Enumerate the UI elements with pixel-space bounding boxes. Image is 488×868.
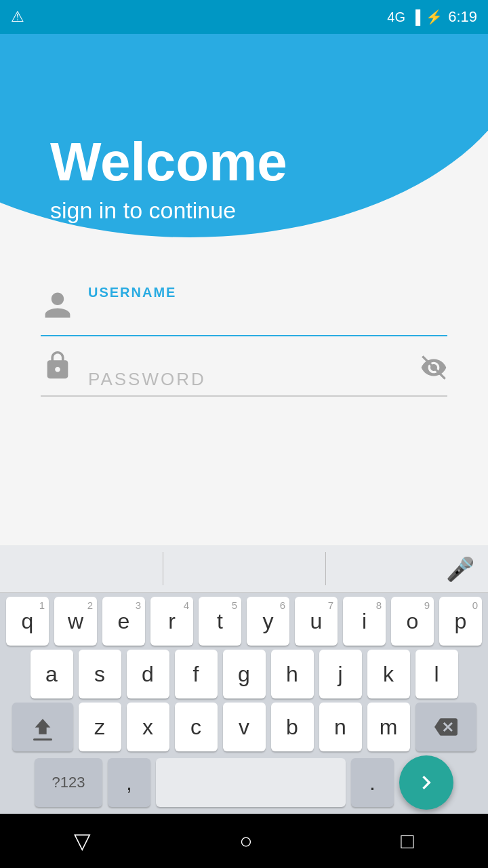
symbol-key[interactable]: ?123 bbox=[35, 758, 102, 807]
key-u[interactable]: 7u bbox=[295, 597, 338, 646]
mic-icon[interactable]: 🎤 bbox=[446, 555, 474, 583]
divider-2 bbox=[325, 552, 326, 585]
key-d[interactable]: d bbox=[127, 650, 169, 698]
nav-bar: ▽ ○ □ bbox=[0, 814, 488, 868]
key-i[interactable]: 8i bbox=[343, 597, 386, 646]
header-content: Welcome sign in to continue bbox=[50, 132, 287, 224]
status-bar-left: ⚠ bbox=[11, 8, 24, 26]
username-input[interactable] bbox=[88, 304, 447, 330]
username-wrapper: USERNAME bbox=[88, 285, 447, 330]
status-time: 6:19 bbox=[448, 8, 477, 26]
keyboard-rows: 1q 2w 3e 4r 5t 6y 7u 8i 9o 0p a s d f g … bbox=[0, 593, 488, 814]
header-area: Welcome sign in to continue bbox=[0, 34, 488, 264]
key-a[interactable]: a bbox=[30, 650, 73, 698]
period-key[interactable]: . bbox=[351, 758, 394, 807]
key-row-4: ?123 , . bbox=[3, 755, 485, 810]
back-nav-icon[interactable]: ▽ bbox=[74, 828, 91, 854]
key-v[interactable]: v bbox=[223, 703, 266, 751]
lock-icon bbox=[41, 350, 75, 387]
eye-icon[interactable] bbox=[420, 354, 447, 387]
key-n[interactable]: n bbox=[319, 703, 362, 751]
welcome-title: Welcome bbox=[50, 132, 287, 192]
key-row-1: 1q 2w 3e 4r 5t 6y 7u 8i 9o 0p bbox=[3, 597, 485, 646]
key-c[interactable]: c bbox=[175, 703, 218, 751]
key-m[interactable]: m bbox=[367, 703, 410, 751]
key-g[interactable]: g bbox=[223, 650, 266, 698]
key-b[interactable]: b bbox=[271, 703, 314, 751]
key-f[interactable]: f bbox=[175, 650, 218, 698]
signal-icon: ▐ bbox=[411, 9, 420, 25]
warning-icon: ⚠ bbox=[11, 8, 24, 26]
key-z[interactable]: z bbox=[79, 703, 121, 751]
password-input[interactable] bbox=[88, 369, 407, 390]
key-o[interactable]: 9o bbox=[391, 597, 434, 646]
key-w[interactable]: 2w bbox=[54, 597, 97, 646]
enter-button[interactable] bbox=[399, 755, 453, 810]
user-icon bbox=[41, 290, 75, 327]
key-l[interactable]: l bbox=[415, 650, 458, 698]
password-wrapper bbox=[88, 369, 407, 390]
key-j[interactable]: j bbox=[319, 650, 362, 698]
keyboard: 🎤 1q 2w 3e 4r 5t 6y 7u 8i 9o 0p a s d f … bbox=[0, 545, 488, 814]
home-nav-icon[interactable]: ○ bbox=[239, 829, 252, 854]
shift-key[interactable] bbox=[12, 703, 73, 751]
key-k[interactable]: k bbox=[367, 650, 410, 698]
form-area: USERNAME bbox=[0, 264, 488, 545]
network-icon: 4G bbox=[387, 9, 405, 25]
battery-icon: ⚡ bbox=[426, 9, 443, 25]
key-row-3: z x c v b n m bbox=[3, 703, 485, 751]
backspace-key[interactable] bbox=[415, 703, 476, 751]
username-label: USERNAME bbox=[88, 285, 447, 300]
password-group bbox=[41, 350, 447, 397]
key-p[interactable]: 0p bbox=[439, 597, 482, 646]
key-h[interactable]: h bbox=[271, 650, 314, 698]
status-bar: ⚠ 4G ▐ ⚡ 6:19 bbox=[0, 0, 488, 34]
space-key[interactable] bbox=[156, 758, 346, 807]
key-x[interactable]: x bbox=[127, 703, 169, 751]
comma-key[interactable]: , bbox=[108, 758, 150, 807]
recent-nav-icon[interactable]: □ bbox=[401, 829, 413, 854]
divider-1 bbox=[163, 552, 163, 585]
status-bar-right: 4G ▐ ⚡ 6:19 bbox=[387, 8, 477, 26]
suggestion-bar: 🎤 bbox=[0, 545, 488, 593]
key-e[interactable]: 3e bbox=[102, 597, 145, 646]
welcome-subtitle: sign in to continue bbox=[50, 197, 287, 224]
key-s[interactable]: s bbox=[79, 650, 121, 698]
key-row-2: a s d f g h j k l bbox=[3, 650, 485, 698]
key-q[interactable]: 1q bbox=[6, 597, 49, 646]
key-y[interactable]: 6y bbox=[247, 597, 289, 646]
key-t[interactable]: 5t bbox=[199, 597, 241, 646]
username-group: USERNAME bbox=[41, 285, 447, 336]
key-r[interactable]: 4r bbox=[150, 597, 193, 646]
